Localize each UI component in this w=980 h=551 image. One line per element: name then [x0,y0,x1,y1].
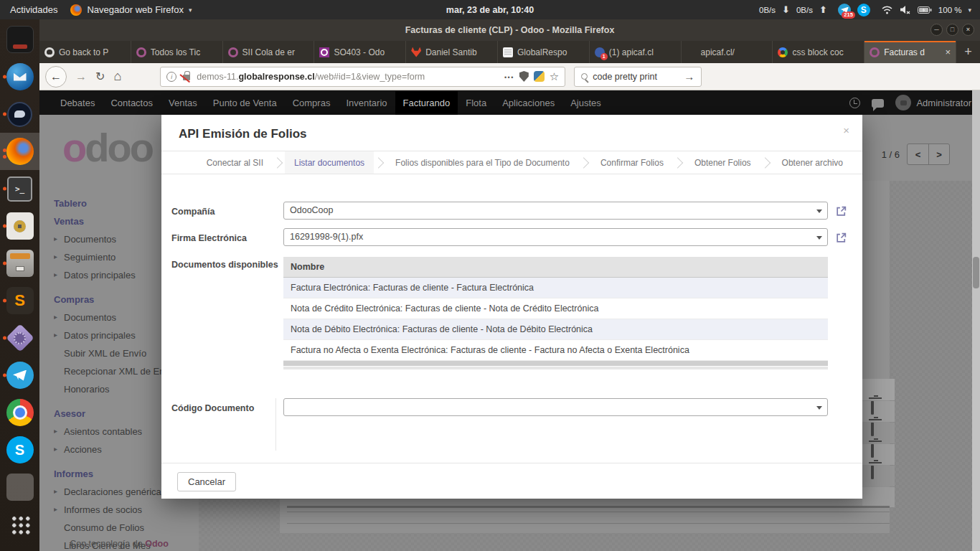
bookmark-star-icon[interactable]: ☆ [550,71,559,82]
wizard-step[interactable]: Listar documentos [285,151,374,174]
table-row[interactable]: Nota de Crédito Electrónica: Facturas de… [283,298,828,319]
table-row[interactable]: Nota de Débito Electrónica: Facturas de … [283,319,828,340]
odoo-menu-item[interactable]: Debates [52,91,103,115]
signature-external-link-icon[interactable] [828,228,852,247]
modal-close-icon[interactable]: × [843,124,849,136]
user-menu[interactable]: Administrator [895,95,971,110]
trash-icon[interactable] [871,401,874,415]
table-scrollbar[interactable] [283,361,828,366]
browser-tab[interactable]: Daniel Santib [405,41,497,63]
dock-item[interactable] [0,394,39,431]
trash-icon[interactable] [871,423,874,436]
insecure-lock-icon[interactable] [183,75,190,80]
browser-tab[interactable]: SII Cola de er [222,41,314,63]
browser-tab[interactable]: Go back to P [39,41,131,63]
odoo-menu-item[interactable]: Aplicaciones [494,91,562,115]
toolbar-icon[interactable] [933,70,946,83]
dock-item[interactable] [0,319,39,357]
maximize-button[interactable]: □ [946,24,958,36]
odoo-menu-item[interactable]: Flota [458,91,494,115]
shield-icon[interactable] [519,71,529,82]
table-row[interactable]: Factura Electrónica: Facturas de cliente… [283,278,828,298]
dock-item[interactable] [0,468,39,506]
odoo-menu-item[interactable]: Facturando [395,91,458,115]
trash-icon[interactable] [871,466,874,479]
window-titlebar[interactable]: Facturas de cliente (CLP) - Odoo - Mozil… [39,19,980,41]
odoo-menu-item[interactable]: Compras [285,91,339,115]
toolbar-icon[interactable] [957,70,970,83]
toolbar-icon[interactable] [862,70,875,83]
minimize-button[interactable]: ─ [930,24,943,36]
sidebar-item[interactable]: Informes de socios [54,501,194,519]
company-select[interactable]: OdooCoop [283,202,828,220]
browser-tab[interactable]: GlobalRespo [497,41,589,63]
signature-select[interactable]: 16291998-9(1).pfx [283,228,828,246]
trash-icon[interactable] [871,444,874,458]
dock-item[interactable] [0,133,39,170]
dock-item[interactable] [0,245,39,282]
browser-tab[interactable]: Facturas d × [864,41,956,63]
new-tab-button[interactable]: + [956,41,980,63]
toolbar-icon[interactable] [815,70,828,83]
dock-item[interactable] [0,506,39,543]
odoo-menu-item[interactable]: Inventario [338,91,395,115]
telegram-indicator-icon[interactable]: 215 [838,4,851,17]
app-menu[interactable]: Navegador web Firefox ▾ [70,4,192,16]
wizard-step[interactable]: Conectar al SII [197,151,273,174]
messages-icon[interactable] [872,99,884,108]
back-button[interactable]: ← [45,66,67,88]
browser-tab[interactable]: (1) apicaf.cl [589,41,681,63]
skype-indicator-icon[interactable]: S [857,4,870,17]
wifi-icon[interactable] [881,5,893,14]
dock-item[interactable] [0,431,39,468]
page-scrollbar[interactable] [972,90,980,551]
browser-tab[interactable]: css block coc [772,41,864,63]
toolbar-icon[interactable] [791,70,804,83]
wizard-step[interactable]: Obtener Folios [685,151,760,174]
reload-button[interactable]: ↻ [95,70,105,83]
page-info-icon[interactable] [166,72,176,82]
toolbar-icon[interactable] [910,70,923,83]
browser-tab[interactable]: apicaf.cl/ [681,41,773,63]
browser-tab[interactable]: SO403 - Odo [314,41,405,63]
tab-close-button[interactable]: × [941,47,951,57]
dock-item[interactable] [0,170,39,207]
odoo-menu-item[interactable]: Ventas [161,91,205,115]
search-input[interactable]: code pretty print → [574,67,702,87]
odoo-menu-item[interactable]: Punto de Venta [205,91,285,115]
toolbar-icon[interactable] [886,70,899,83]
wizard-step[interactable]: Obtener archivo [773,151,852,174]
url-bar[interactable]: demos-11.globalresponse.cl/web#id=1&view… [160,67,565,87]
close-button[interactable]: × [962,24,974,36]
toolbar-icon[interactable] [839,70,852,83]
python-extension-icon[interactable] [534,71,545,82]
activity-clock-icon[interactable] [849,98,860,108]
dock-item[interactable] [0,207,39,245]
dock-item[interactable] [0,58,39,95]
scrollbar-thumb[interactable] [973,257,979,288]
doc-code-select[interactable] [283,398,828,416]
dock-item[interactable] [0,21,39,58]
chevron-down-icon[interactable]: ▾ [968,6,971,14]
volume-muted-icon[interactable] [900,5,911,14]
company-external-link-icon[interactable] [828,202,852,220]
pager-previous-button[interactable]: < [908,144,928,164]
cancel-button[interactable]: Cancelar [177,472,236,491]
dock-item[interactable] [0,357,39,394]
home-button[interactable]: ⌂ [113,69,121,84]
dock-item[interactable] [0,282,39,319]
activities-button[interactable]: Actividades [10,4,57,15]
page-actions-icon[interactable] [504,72,514,82]
wizard-step[interactable]: Folios disponibles para el Tipo de Docum… [386,151,579,174]
odoo-menu-item[interactable]: Contactos [103,91,161,115]
odoo-menu-item[interactable]: Ajustes [562,91,609,115]
forward-button[interactable]: → [75,70,87,83]
search-go-icon[interactable]: → [684,70,694,83]
wizard-step[interactable]: Confirmar Folios [591,151,673,174]
battery-icon[interactable] [918,6,932,14]
table-row[interactable]: Factura no Afecta o Exenta Electrónica: … [283,340,828,361]
sidebar-item[interactable]: Consumo de Folios [54,519,194,537]
browser-tab[interactable]: Todos los Tic [131,41,222,63]
dock-item[interactable] [0,95,39,133]
pager-next-button[interactable]: > [928,144,949,164]
